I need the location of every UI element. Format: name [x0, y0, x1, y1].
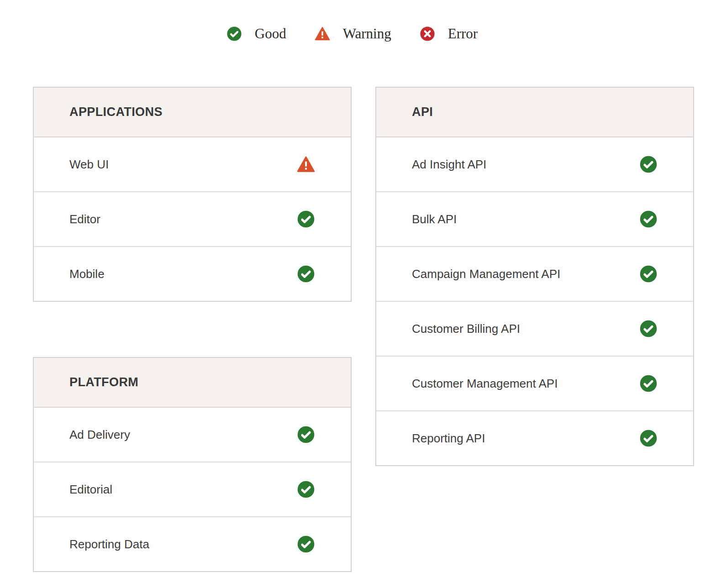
service-name: Customer Billing API	[412, 322, 520, 336]
good-check-circle-icon	[297, 210, 315, 228]
service-name: Customer Management API	[412, 377, 558, 391]
error-x-circle-icon	[420, 26, 435, 42]
good-check-circle-icon	[297, 535, 315, 553]
status-legend: GoodWarningError	[0, 26, 704, 42]
service-name: Reporting Data	[69, 537, 149, 551]
table-row: Web UI	[34, 137, 351, 192]
service-name: Ad Insight API	[412, 158, 486, 172]
good-check-circle-icon	[297, 480, 315, 499]
good-check-circle-icon	[639, 320, 658, 338]
platform-table: PLATFORM Ad DeliveryEditorialReporting D…	[33, 357, 352, 572]
table-row: Ad Insight API	[376, 137, 693, 192]
legend-item-good: Good	[226, 26, 286, 42]
applications-table-title: APPLICATIONS	[34, 88, 351, 137]
service-name: Editorial	[69, 483, 112, 497]
legend-label: Error	[448, 26, 478, 42]
table-row: Reporting Data	[34, 517, 351, 571]
good-check-circle-icon	[297, 265, 315, 283]
good-check-circle-icon	[639, 429, 658, 447]
warning-triangle-icon	[315, 26, 330, 42]
left-column: APPLICATIONS Web UIEditorMobile PLATFORM…	[33, 87, 352, 572]
legend-label: Good	[255, 26, 286, 42]
applications-table: APPLICATIONS Web UIEditorMobile	[33, 87, 352, 302]
service-name: Campaign Management API	[412, 267, 560, 281]
good-check-circle-icon	[639, 265, 658, 283]
service-name: Mobile	[69, 267, 105, 281]
table-row: Mobile	[34, 247, 351, 301]
good-check-circle-icon	[639, 374, 658, 393]
table-row: Editorial	[34, 462, 351, 517]
table-row: Campaign Management API	[376, 247, 693, 302]
table-row: Customer Management API	[376, 357, 693, 411]
service-name: Web UI	[69, 158, 109, 172]
table-row: Ad Delivery	[34, 408, 351, 462]
legend-item-error: Error	[420, 26, 478, 42]
good-check-circle-icon	[639, 210, 658, 228]
api-table: API Ad Insight APIBulk APICampaign Manag…	[375, 87, 694, 466]
legend-item-warning: Warning	[315, 26, 391, 42]
service-name: Bulk API	[412, 212, 457, 226]
right-column: API Ad Insight APIBulk APICampaign Manag…	[375, 87, 694, 572]
legend-label: Warning	[343, 26, 391, 42]
good-check-circle-icon	[226, 26, 242, 42]
table-row: Bulk API	[376, 192, 693, 247]
status-tables: APPLICATIONS Web UIEditorMobile PLATFORM…	[33, 87, 694, 572]
platform-table-title: PLATFORM	[34, 358, 351, 408]
warning-triangle-icon	[297, 155, 315, 173]
service-name: Ad Delivery	[69, 428, 130, 442]
table-row: Reporting API	[376, 411, 693, 465]
good-check-circle-icon	[297, 425, 315, 444]
api-table-title: API	[376, 88, 693, 137]
service-name: Reporting API	[412, 431, 485, 446]
service-name: Editor	[69, 212, 100, 226]
good-check-circle-icon	[639, 155, 658, 173]
table-row: Editor	[34, 192, 351, 247]
table-row: Customer Billing API	[376, 302, 693, 357]
